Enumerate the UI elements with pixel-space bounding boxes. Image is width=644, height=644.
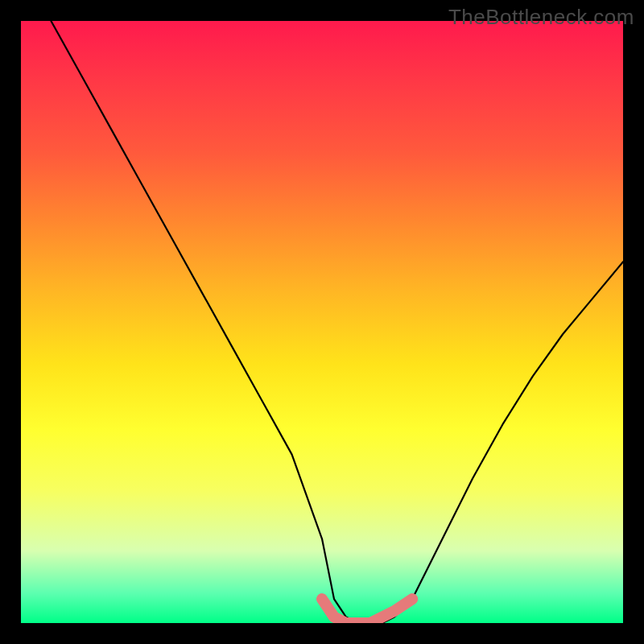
- bottleneck-curve-line: [51, 21, 623, 623]
- chart-svg: [21, 21, 623, 623]
- chart-frame: TheBottleneck.com: [0, 0, 644, 644]
- watermark-text: TheBottleneck.com: [448, 5, 634, 30]
- chart-plot-area: [21, 21, 623, 623]
